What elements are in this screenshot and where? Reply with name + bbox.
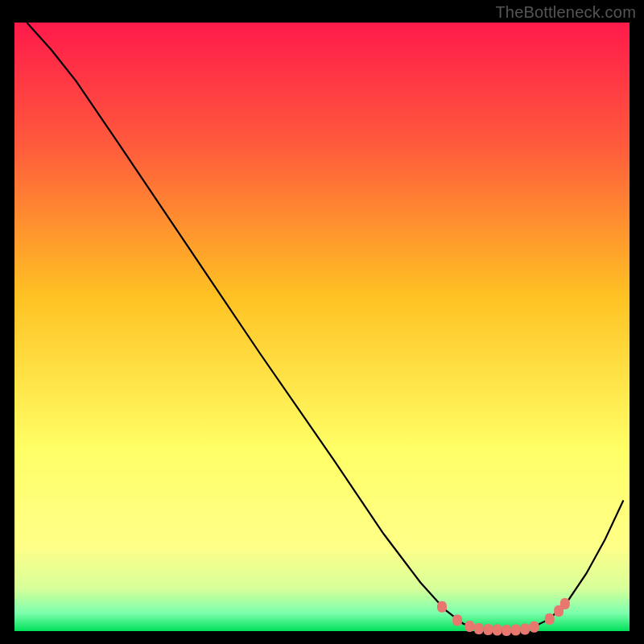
curve-marker: [464, 621, 474, 632]
curve-marker: [474, 623, 484, 634]
curve-marker: [493, 625, 502, 636]
curve-marker: [530, 621, 539, 633]
curve-marker: [437, 601, 447, 613]
curve-marker: [483, 624, 493, 635]
curve-marker: [545, 613, 555, 625]
plot-background: [14, 23, 630, 631]
curve-marker: [502, 625, 511, 636]
curve-marker: [560, 598, 570, 609]
curve-marker: [452, 614, 462, 625]
watermark-text: TheBottleneck.com: [495, 3, 636, 22]
bottleneck-curve-chart: [0, 0, 644, 644]
chart-container: TheBottleneck.com: [0, 0, 644, 644]
curve-marker: [511, 625, 521, 636]
curve-marker: [520, 623, 530, 634]
